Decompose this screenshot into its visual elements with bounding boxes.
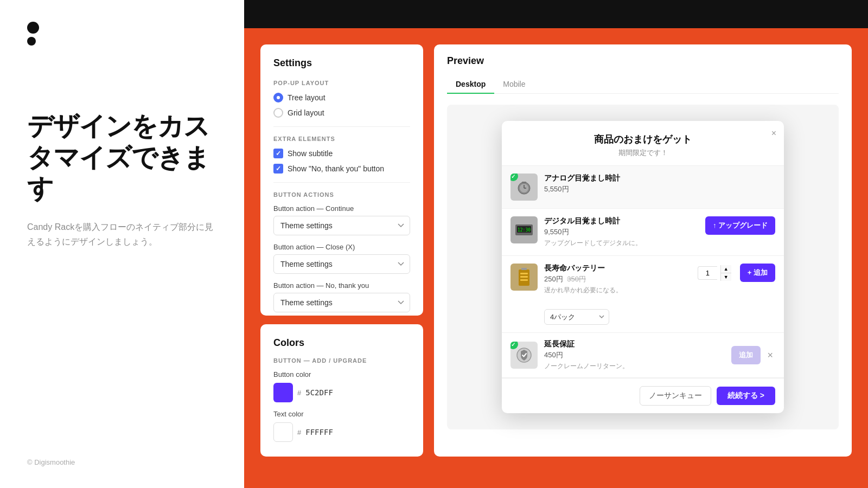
left-panel: デザインをカスタマイズできます Candy Rackを購入フローのネイティブ部分… [0,0,244,488]
remove-warranty-button[interactable]: × [765,348,775,363]
action-close-label: Button action — Close (X) [273,243,410,251]
product-name-4: 延長保証 [544,339,725,349]
content-area: Settings POP-UP LAYOUT Tree layout Grid … [244,28,868,488]
popup-subtitle: 期間限定です！ [513,148,773,158]
button-color-row: Button color # 5C2DFF [273,370,410,402]
top-bar [244,0,868,28]
settings-title: Settings [273,57,410,69]
product-desc-3: 遅かれ早かれ必要になる。 [544,286,691,295]
checkbox-show-subtitle[interactable]: Show subtitle [273,149,410,158]
button-actions-label: BUTTON ACTIONS [273,191,410,198]
popup-body: ✓ アナログ目覚まし時計 [502,166,784,378]
checkbox-show-no-thanks[interactable]: Show "No, thank you" button [273,164,410,174]
svg-rect-4 [522,182,526,183]
action-close-select[interactable]: Theme settings [273,254,410,274]
extra-elements-label: EXTRA ELEMENTS [273,136,410,142]
button-color-input[interactable]: # 5C2DFF [273,383,410,402]
logo-dot-1 [27,22,39,34]
action-continue-select[interactable]: Theme settings [273,216,410,235]
product-image-3 [510,264,538,291]
colors-title: Colors [273,337,410,349]
tab-mobile[interactable]: Mobile [494,75,534,94]
action-continue-label: Button action — Continue [273,204,410,213]
popup-layout-label: POP-UP LAYOUT [273,80,410,86]
product-desc-4: ノークレームノーリターン。 [544,362,725,371]
qty-up[interactable]: ▲ [721,265,731,273]
button-actions-dropdowns: Button action — Continue Theme settings … [273,204,410,312]
svg-text:12:30: 12:30 [518,228,531,233]
product-desc-2: アップグレードしてデジタルに。 [544,239,699,248]
warranty-icon [515,346,533,364]
product-item-2: 12:30 デジタル目覚まし時計 9,550円 アップグレードしてデジタルに。 … [502,209,784,256]
popup-title: 商品のおまけをゲット [513,133,773,146]
action-continue-group: Button action — Continue Theme settings [273,204,410,235]
product-info-3: 長寿命バッテリー 250円 350円 遅かれ早かれ必要になる。 [544,264,691,295]
logo-dot-2 [27,37,36,46]
colors-panel: Colors BUTTON — ADD / UPGRADE Button col… [260,324,423,457]
radio-tree-layout[interactable]: Tree layout [273,93,410,102]
preview-tabs: Desktop Mobile [447,75,839,94]
no-thanks-button[interactable]: ノーサンキュー [640,386,711,406]
product-actions-2: ↑ アップグレード [705,216,775,235]
product-item-1: ✓ アナログ目覚まし時計 [502,166,784,209]
extra-elements-checkboxes: Show subtitle Show "No, thank you" butto… [273,149,410,174]
divider-2 [273,182,410,183]
quantity-input[interactable] [698,266,717,280]
continue-button[interactable]: 続続する > [717,387,775,405]
battery-icon [516,267,532,287]
product-price-4: 450円 [544,350,725,360]
checkbox-subtitle-label: Show subtitle [288,149,333,158]
popup-close-button[interactable]: × [771,129,776,138]
product-image-2: 12:30 [510,216,538,243]
popup-header: × 商品のおまけをゲット 期間限定です！ [502,121,784,166]
add-battery-button[interactable]: + 追加 [740,264,775,282]
product-item-4: ✓ 延長保証 450円 ノークレームノーリターン。 [502,333,784,378]
upgrade-button[interactable]: ↑ アップグレード [705,216,775,235]
qty-arrows: ▲ ▼ [720,265,731,281]
product-price-1: 5,550円 [544,184,775,194]
tab-desktop[interactable]: Desktop [447,75,494,94]
layout-radio-group: Tree layout Grid layout [273,93,410,118]
copyright: © Digismoothie [27,458,75,466]
preview-panel: Preview Desktop Mobile × 商品のおまけをゲット 期間限定… [434,44,852,457]
qty-down[interactable]: ▼ [721,273,731,281]
pack-select[interactable]: 4パック [544,309,609,325]
text-color-input[interactable]: # FFFFFF [273,422,410,442]
checkbox-no-thanks-indicator [273,164,283,174]
radio-grid-label: Grid layout [288,108,324,117]
preview-title: Preview [447,55,839,67]
product-name-2: デジタル目覚まし時計 [544,216,699,226]
popup-modal: × 商品のおまけをゲット 期間限定です！ ✓ [502,121,784,413]
action-no-thanks-label: Button action — No, thank you [273,281,410,290]
action-no-thanks-select[interactable]: Theme settings [273,293,410,312]
product-info-4: 延長保証 450円 ノークレームノーリターン。 [544,339,725,371]
action-close-group: Button action — Close (X) Theme settings [273,243,410,274]
add-warranty-button[interactable]: 追加 [731,346,761,364]
action-no-thanks-group: Button action — No, thank you Theme sett… [273,281,410,312]
radio-tree-label: Tree layout [288,93,326,102]
svg-rect-10 [520,273,528,274]
button-color-swatch[interactable] [273,383,293,402]
settings-panel: Settings POP-UP LAYOUT Tree layout Grid … [260,44,423,316]
product-actions-3: ▲ ▼ + 追加 [698,264,775,282]
product-item-3: 長寿命バッテリー 250円 350円 遅かれ早かれ必要になる。 [502,256,784,333]
product-actions-4: 追加 × [731,346,775,364]
popup-footer: ノーサンキュー 続続する > [502,378,784,413]
button-color-value: 5C2DFF [305,388,333,397]
product-name-1: アナログ目覚まし時計 [544,174,775,183]
product-price-3: 250円 350円 [544,274,691,284]
button-color-label: Button color [273,370,410,378]
text-color-swatch[interactable] [273,422,293,442]
qty-input-row: ▲ ▼ [698,265,731,281]
digital-clock-icon: 12:30 [514,222,534,237]
product-price-2: 9,550円 [544,227,699,237]
radio-grid-indicator [273,108,283,118]
radio-grid-layout[interactable]: Grid layout [273,108,410,118]
svg-rect-9 [521,268,527,270]
hero-description: Candy Rackを購入フローのネイティブ部分に見えるようにデザインしましょう… [27,220,217,249]
svg-rect-11 [520,276,528,278]
checkbox-subtitle-indicator [273,149,283,158]
product-info-1: アナログ目覚まし時計 5,550円 [544,174,775,196]
text-color-hash: # [297,428,301,436]
logo [27,22,217,46]
